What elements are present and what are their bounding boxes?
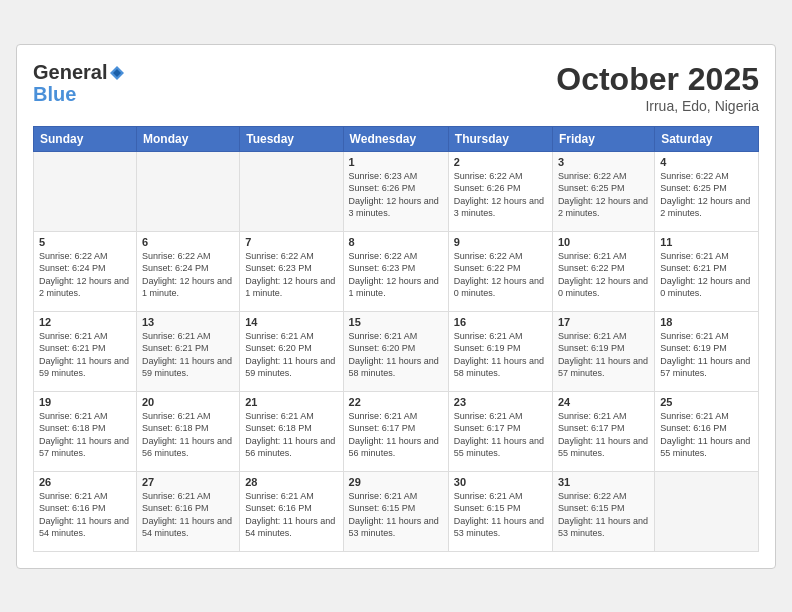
calendar-cell bbox=[137, 151, 240, 231]
day-info: Sunrise: 6:21 AMSunset: 6:17 PMDaylight:… bbox=[454, 410, 547, 460]
logo: General Blue bbox=[33, 61, 127, 105]
day-number: 15 bbox=[349, 316, 443, 328]
month-title: October 2025 bbox=[556, 61, 759, 98]
calendar-cell: 31Sunrise: 6:22 AMSunset: 6:15 PMDayligh… bbox=[552, 471, 654, 551]
day-number: 31 bbox=[558, 476, 649, 488]
calendar-week-row: 1Sunrise: 6:23 AMSunset: 6:26 PMDaylight… bbox=[34, 151, 759, 231]
day-number: 8 bbox=[349, 236, 443, 248]
weekday-header: Thursday bbox=[448, 126, 552, 151]
calendar-cell: 17Sunrise: 6:21 AMSunset: 6:19 PMDayligh… bbox=[552, 311, 654, 391]
day-number: 27 bbox=[142, 476, 234, 488]
logo-text: General Blue bbox=[33, 61, 127, 105]
calendar-cell: 19Sunrise: 6:21 AMSunset: 6:18 PMDayligh… bbox=[34, 391, 137, 471]
day-number: 12 bbox=[39, 316, 131, 328]
calendar-cell bbox=[34, 151, 137, 231]
day-number: 24 bbox=[558, 396, 649, 408]
day-number: 4 bbox=[660, 156, 753, 168]
day-info: Sunrise: 6:21 AMSunset: 6:17 PMDaylight:… bbox=[558, 410, 649, 460]
day-number: 18 bbox=[660, 316, 753, 328]
logo-icon bbox=[108, 64, 126, 82]
day-number: 21 bbox=[245, 396, 337, 408]
day-number: 11 bbox=[660, 236, 753, 248]
calendar-cell: 2Sunrise: 6:22 AMSunset: 6:26 PMDaylight… bbox=[448, 151, 552, 231]
day-number: 20 bbox=[142, 396, 234, 408]
day-number: 6 bbox=[142, 236, 234, 248]
calendar-cell: 12Sunrise: 6:21 AMSunset: 6:21 PMDayligh… bbox=[34, 311, 137, 391]
day-number: 3 bbox=[558, 156, 649, 168]
calendar-cell: 24Sunrise: 6:21 AMSunset: 6:17 PMDayligh… bbox=[552, 391, 654, 471]
day-info: Sunrise: 6:21 AMSunset: 6:17 PMDaylight:… bbox=[349, 410, 443, 460]
calendar-cell: 5Sunrise: 6:22 AMSunset: 6:24 PMDaylight… bbox=[34, 231, 137, 311]
calendar-week-row: 5Sunrise: 6:22 AMSunset: 6:24 PMDaylight… bbox=[34, 231, 759, 311]
day-info: Sunrise: 6:21 AMSunset: 6:18 PMDaylight:… bbox=[142, 410, 234, 460]
calendar-cell: 14Sunrise: 6:21 AMSunset: 6:20 PMDayligh… bbox=[240, 311, 343, 391]
calendar-cell: 26Sunrise: 6:21 AMSunset: 6:16 PMDayligh… bbox=[34, 471, 137, 551]
day-info: Sunrise: 6:22 AMSunset: 6:26 PMDaylight:… bbox=[454, 170, 547, 220]
weekday-header-row: SundayMondayTuesdayWednesdayThursdayFrid… bbox=[34, 126, 759, 151]
calendar-table: SundayMondayTuesdayWednesdayThursdayFrid… bbox=[33, 126, 759, 552]
day-info: Sunrise: 6:21 AMSunset: 6:21 PMDaylight:… bbox=[660, 250, 753, 300]
day-info: Sunrise: 6:21 AMSunset: 6:15 PMDaylight:… bbox=[454, 490, 547, 540]
calendar-cell: 11Sunrise: 6:21 AMSunset: 6:21 PMDayligh… bbox=[655, 231, 759, 311]
day-info: Sunrise: 6:22 AMSunset: 6:23 PMDaylight:… bbox=[245, 250, 337, 300]
calendar-cell: 10Sunrise: 6:21 AMSunset: 6:22 PMDayligh… bbox=[552, 231, 654, 311]
weekday-header: Monday bbox=[137, 126, 240, 151]
day-number: 13 bbox=[142, 316, 234, 328]
logo-general: General bbox=[33, 61, 107, 83]
day-number: 28 bbox=[245, 476, 337, 488]
day-number: 16 bbox=[454, 316, 547, 328]
day-info: Sunrise: 6:21 AMSunset: 6:16 PMDaylight:… bbox=[660, 410, 753, 460]
day-info: Sunrise: 6:21 AMSunset: 6:19 PMDaylight:… bbox=[454, 330, 547, 380]
day-number: 29 bbox=[349, 476, 443, 488]
calendar-week-row: 26Sunrise: 6:21 AMSunset: 6:16 PMDayligh… bbox=[34, 471, 759, 551]
day-number: 17 bbox=[558, 316, 649, 328]
calendar-cell bbox=[240, 151, 343, 231]
day-info: Sunrise: 6:22 AMSunset: 6:25 PMDaylight:… bbox=[558, 170, 649, 220]
calendar-header: General Blue October 2025 Irrua, Edo, Ni… bbox=[33, 61, 759, 114]
day-number: 5 bbox=[39, 236, 131, 248]
day-info: Sunrise: 6:22 AMSunset: 6:24 PMDaylight:… bbox=[142, 250, 234, 300]
day-number: 26 bbox=[39, 476, 131, 488]
calendar-cell: 27Sunrise: 6:21 AMSunset: 6:16 PMDayligh… bbox=[137, 471, 240, 551]
day-info: Sunrise: 6:21 AMSunset: 6:15 PMDaylight:… bbox=[349, 490, 443, 540]
calendar-cell: 8Sunrise: 6:22 AMSunset: 6:23 PMDaylight… bbox=[343, 231, 448, 311]
day-number: 14 bbox=[245, 316, 337, 328]
calendar-cell: 4Sunrise: 6:22 AMSunset: 6:25 PMDaylight… bbox=[655, 151, 759, 231]
weekday-header: Friday bbox=[552, 126, 654, 151]
day-info: Sunrise: 6:21 AMSunset: 6:16 PMDaylight:… bbox=[39, 490, 131, 540]
weekday-header: Saturday bbox=[655, 126, 759, 151]
location: Irrua, Edo, Nigeria bbox=[556, 98, 759, 114]
calendar-cell bbox=[655, 471, 759, 551]
weekday-header: Sunday bbox=[34, 126, 137, 151]
calendar-cell: 3Sunrise: 6:22 AMSunset: 6:25 PMDaylight… bbox=[552, 151, 654, 231]
calendar-cell: 16Sunrise: 6:21 AMSunset: 6:19 PMDayligh… bbox=[448, 311, 552, 391]
day-number: 10 bbox=[558, 236, 649, 248]
logo-blue: Blue bbox=[33, 83, 76, 105]
calendar-week-row: 19Sunrise: 6:21 AMSunset: 6:18 PMDayligh… bbox=[34, 391, 759, 471]
day-number: 25 bbox=[660, 396, 753, 408]
day-info: Sunrise: 6:21 AMSunset: 6:18 PMDaylight:… bbox=[39, 410, 131, 460]
day-number: 7 bbox=[245, 236, 337, 248]
day-info: Sunrise: 6:21 AMSunset: 6:16 PMDaylight:… bbox=[142, 490, 234, 540]
calendar-cell: 18Sunrise: 6:21 AMSunset: 6:19 PMDayligh… bbox=[655, 311, 759, 391]
day-info: Sunrise: 6:21 AMSunset: 6:22 PMDaylight:… bbox=[558, 250, 649, 300]
calendar-cell: 30Sunrise: 6:21 AMSunset: 6:15 PMDayligh… bbox=[448, 471, 552, 551]
calendar-cell: 6Sunrise: 6:22 AMSunset: 6:24 PMDaylight… bbox=[137, 231, 240, 311]
day-info: Sunrise: 6:22 AMSunset: 6:15 PMDaylight:… bbox=[558, 490, 649, 540]
calendar-cell: 28Sunrise: 6:21 AMSunset: 6:16 PMDayligh… bbox=[240, 471, 343, 551]
day-number: 1 bbox=[349, 156, 443, 168]
calendar-cell: 25Sunrise: 6:21 AMSunset: 6:16 PMDayligh… bbox=[655, 391, 759, 471]
day-info: Sunrise: 6:23 AMSunset: 6:26 PMDaylight:… bbox=[349, 170, 443, 220]
calendar-cell: 13Sunrise: 6:21 AMSunset: 6:21 PMDayligh… bbox=[137, 311, 240, 391]
day-info: Sunrise: 6:21 AMSunset: 6:19 PMDaylight:… bbox=[558, 330, 649, 380]
calendar-cell: 20Sunrise: 6:21 AMSunset: 6:18 PMDayligh… bbox=[137, 391, 240, 471]
calendar-cell: 1Sunrise: 6:23 AMSunset: 6:26 PMDaylight… bbox=[343, 151, 448, 231]
day-info: Sunrise: 6:22 AMSunset: 6:24 PMDaylight:… bbox=[39, 250, 131, 300]
calendar-cell: 29Sunrise: 6:21 AMSunset: 6:15 PMDayligh… bbox=[343, 471, 448, 551]
day-info: Sunrise: 6:22 AMSunset: 6:25 PMDaylight:… bbox=[660, 170, 753, 220]
calendar-container: General Blue October 2025 Irrua, Edo, Ni… bbox=[16, 44, 776, 569]
calendar-cell: 7Sunrise: 6:22 AMSunset: 6:23 PMDaylight… bbox=[240, 231, 343, 311]
day-info: Sunrise: 6:21 AMSunset: 6:21 PMDaylight:… bbox=[142, 330, 234, 380]
weekday-header: Tuesday bbox=[240, 126, 343, 151]
calendar-thead: SundayMondayTuesdayWednesdayThursdayFrid… bbox=[34, 126, 759, 151]
